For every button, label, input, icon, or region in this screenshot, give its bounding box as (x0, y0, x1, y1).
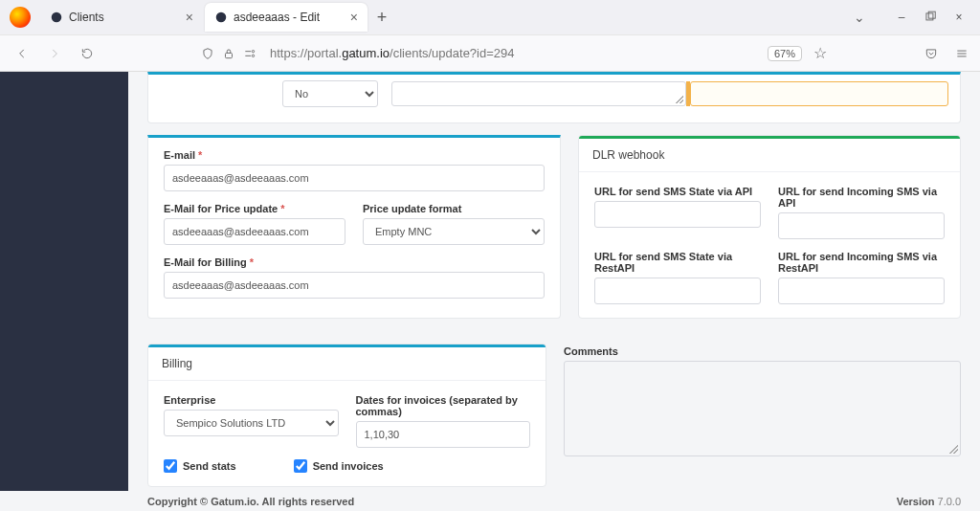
close-window-icon[interactable]: × (951, 10, 967, 25)
svg-rect-3 (928, 11, 935, 18)
version: Version 7.0.0 (897, 496, 961, 507)
svg-point-0 (52, 12, 62, 23)
dlr-url-incoming-api[interactable] (778, 212, 945, 239)
price-email-label: E-Mail for Price update * (164, 203, 345, 214)
nav-back-button[interactable] (10, 41, 34, 66)
enterprise-select[interactable]: Sempico Solutions LTD (164, 410, 339, 436)
top-textarea[interactable] (391, 81, 686, 106)
billing-email-field[interactable] (164, 272, 545, 299)
maximize-icon[interactable] (923, 10, 938, 25)
tab-label: asdeeaaas - Edit (234, 11, 339, 24)
firefox-logo (10, 7, 31, 28)
top-select[interactable]: No (282, 80, 378, 107)
comments-textarea[interactable] (564, 361, 961, 456)
tab-clients[interactable]: Clients × (40, 3, 203, 32)
tab-label: Clients (69, 11, 174, 24)
tab-favicon-icon (50, 11, 63, 24)
pocket-icon[interactable] (923, 45, 940, 62)
send-invoices-label: Send invoices (313, 460, 384, 472)
close-icon[interactable]: × (350, 10, 358, 25)
address-bar[interactable]: https://portal.gatum.io/clients/update?i… (264, 46, 760, 60)
dlr-url-sms-api[interactable] (594, 201, 761, 228)
close-icon[interactable]: × (186, 10, 193, 25)
svg-point-6 (252, 55, 254, 56)
url-domain: gatum.io (342, 46, 390, 60)
svg-point-5 (252, 50, 254, 52)
send-stats-input[interactable] (164, 459, 177, 473)
reload-button[interactable] (75, 41, 100, 66)
dates-field[interactable] (356, 421, 531, 448)
send-invoices-input[interactable] (294, 459, 307, 473)
send-invoices-checkbox[interactable]: Send invoices (294, 459, 384, 473)
svg-rect-2 (926, 13, 933, 20)
price-format-label: Price update format (363, 203, 545, 214)
permissions-icon[interactable] (243, 47, 256, 60)
dlr-l1: URL for send SMS State via API (594, 186, 761, 197)
dlr-title: DLR webhook (579, 139, 960, 172)
tab-asdeeaaas-edit[interactable]: asdeeaaas - Edit × (205, 3, 368, 32)
app-menu-icon[interactable] (953, 45, 970, 62)
dlr-l2: URL for send Incoming SMS via API (778, 186, 945, 209)
url-path: /clients/update?id=294 (390, 46, 514, 60)
url-prefix: https://portal. (270, 46, 342, 60)
dlr-url-incoming-restapi[interactable] (778, 278, 945, 304)
send-stats-label: Send stats (183, 460, 236, 472)
orange-panel (690, 81, 948, 106)
dates-label: Dates for invoices (separated by commas) (356, 394, 531, 417)
email-label: E-mail * (164, 149, 545, 161)
minimize-icon[interactable]: – (894, 10, 909, 25)
svg-rect-4 (226, 53, 233, 57)
nav-forward-button (42, 41, 67, 66)
send-stats-checkbox[interactable]: Send stats (164, 459, 236, 473)
lock-icon[interactable] (222, 47, 235, 60)
sidebar (0, 72, 128, 491)
shield-icon[interactable] (201, 47, 214, 60)
billing-email-label: E-Mail for Billing * (164, 256, 545, 268)
enterprise-label: Enterprise (164, 394, 339, 406)
tabs-dropdown-icon[interactable]: ⌄ (854, 10, 865, 25)
price-format-select[interactable]: Empty MNC (363, 218, 545, 245)
price-email-field[interactable] (164, 218, 345, 245)
copyright: Copyright © Gatum.io. All rights reserve… (147, 496, 354, 507)
new-tab-button[interactable]: + (369, 5, 394, 30)
dlr-l3: URL for send SMS State via RestAPI (594, 251, 761, 274)
zoom-badge[interactable]: 67% (768, 46, 802, 61)
dlr-l4: URL for send Incoming SMS via RestAPI (778, 251, 945, 274)
email-field[interactable] (164, 165, 545, 191)
bookmark-icon[interactable]: ☆ (810, 44, 831, 62)
comments-label: Comments (564, 345, 961, 357)
tab-favicon-icon (214, 11, 228, 24)
billing-title: Billing (148, 347, 546, 381)
svg-point-1 (216, 12, 227, 23)
dlr-url-sms-restapi[interactable] (594, 278, 761, 304)
